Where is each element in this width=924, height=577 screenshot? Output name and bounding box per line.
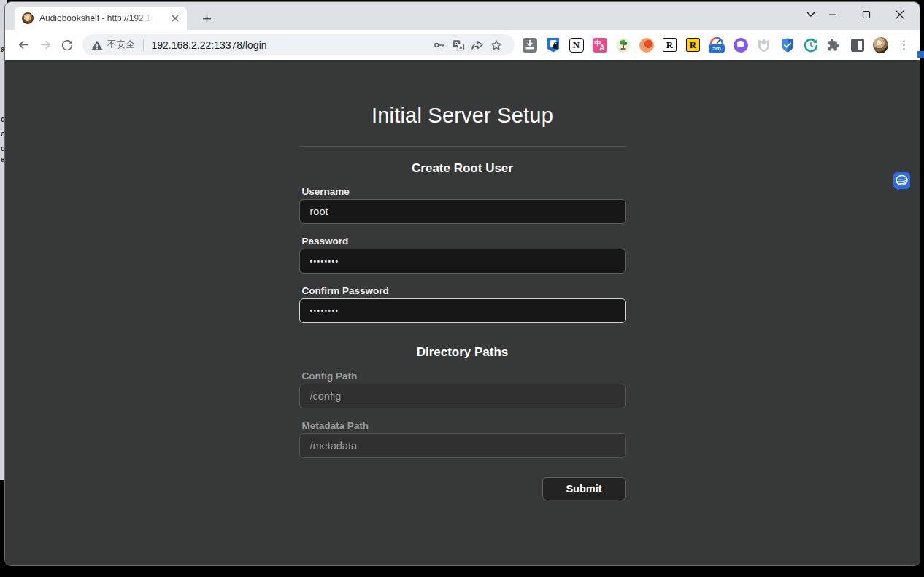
new-tab-button[interactable] — [198, 9, 215, 27]
close-window-button[interactable] — [883, 3, 917, 26]
background-text-fragment: c — [1, 115, 5, 123]
tab-bar: Audiobookshelf - http://192.16 — [5, 2, 920, 30]
create-root-user-heading: Create Root User — [299, 161, 626, 176]
privacy-shield-lock-extension-icon[interactable] — [545, 37, 561, 53]
password-label: Password — [302, 236, 349, 247]
confirm-password-label: Confirm Password — [302, 285, 389, 296]
teal-history-extension-icon[interactable] — [803, 37, 818, 53]
background-text-fragment: a — [1, 45, 5, 53]
background-blue-fragment — [917, 51, 924, 58]
extensions-row: N 中 A R — [522, 37, 912, 53]
tab-close-icon[interactable] — [169, 12, 181, 24]
back-icon[interactable] — [12, 34, 34, 56]
window-controls — [816, 2, 917, 27]
url-text[interactable]: 192.168.2.22:13378/login — [152, 39, 267, 51]
omnibox-divider — [143, 39, 144, 51]
gray-shield-extension-icon[interactable] — [756, 37, 771, 53]
profile-avatar[interactable] — [873, 37, 888, 53]
confirm-password-input[interactable] — [299, 298, 626, 323]
config-path-input — [299, 384, 626, 408]
background-text-fragment: c — [1, 130, 5, 138]
reader-white-extension-icon[interactable]: R — [662, 37, 677, 53]
maximize-button[interactable] — [850, 3, 883, 26]
desktop: a c c c e Audiobookshelf - http://192.16 — [0, 0, 924, 577]
background-text-fragment: c — [1, 144, 5, 152]
browser-toolbar: 不安全 192.168.2.22:13378/login — [5, 30, 920, 60]
minimize-button[interactable] — [816, 3, 850, 26]
username-input[interactable] — [299, 199, 626, 224]
tab-audiobookshelf[interactable]: Audiobookshelf - http://192.16 — [15, 7, 187, 30]
blue-shield-extension-icon[interactable] — [779, 37, 795, 53]
download-extension-icon[interactable] — [522, 37, 537, 53]
not-secure-label: 不安全 — [107, 39, 135, 51]
extensions-puzzle-icon[interactable] — [826, 37, 842, 53]
dark-half-square-extension-icon[interactable] — [850, 37, 865, 53]
speed-badge: 5m — [709, 44, 725, 53]
orange-blob-extension-icon[interactable] — [639, 37, 654, 53]
setup-form: Initial Server Setup Create Root User Us… — [299, 60, 626, 565]
page-audiobookshelf-setup: Initial Server Setup Create Root User Us… — [5, 60, 920, 565]
background-text-fragment: e — [1, 155, 5, 163]
not-secure-warning-icon[interactable] — [91, 40, 103, 50]
translate-pink-extension-icon[interactable]: 中 A — [592, 37, 607, 53]
share-icon[interactable] — [468, 36, 487, 55]
metadata-path-input — [299, 433, 626, 458]
password-key-icon[interactable] — [430, 36, 449, 55]
bonsai-tree-extension-icon[interactable] — [615, 37, 631, 53]
translate-icon[interactable] — [449, 36, 468, 55]
bookmark-star-icon[interactable] — [487, 36, 506, 55]
tab-search-chevron-icon[interactable] — [806, 2, 816, 27]
config-path-label: Config Path — [302, 371, 358, 382]
username-label: Username — [302, 186, 350, 197]
floating-translate-brain-icon[interactable] — [893, 172, 910, 192]
browser-window: Audiobookshelf - http://192.16 — [5, 2, 920, 565]
directory-paths-heading: Directory Paths — [299, 345, 626, 360]
submit-button[interactable]: Submit — [542, 477, 626, 500]
metadata-path-label: Metadata Path — [302, 420, 369, 431]
speedtest-5m-extension-icon[interactable]: 5m — [709, 37, 725, 53]
title-divider — [299, 146, 626, 147]
audiobookshelf-favicon — [22, 12, 34, 24]
purple-extension-icon[interactable] — [733, 37, 748, 53]
reload-icon[interactable] — [56, 34, 78, 56]
forward-icon[interactable] — [34, 34, 56, 56]
password-input[interactable] — [299, 249, 626, 274]
address-bar[interactable]: 不安全 192.168.2.22:13378/login — [82, 34, 515, 55]
browser-menu-icon[interactable]: ⋮ — [896, 37, 912, 53]
reader-yellow-extension-icon[interactable]: R — [685, 37, 701, 53]
translate-en-glyph: A — [599, 44, 604, 52]
tab-title: Audiobookshelf - http://192.16 — [39, 13, 155, 23]
page-title: Initial Server Setup — [299, 104, 626, 128]
notion-extension-icon[interactable]: N — [569, 37, 584, 53]
